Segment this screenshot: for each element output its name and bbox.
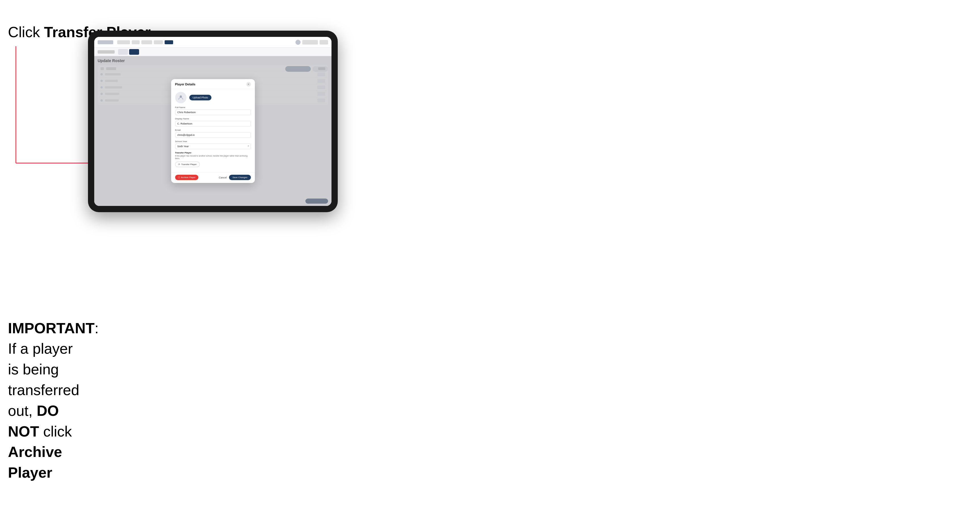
- school-year-select[interactable]: First Year Second Year Third Year Fourth…: [175, 143, 251, 149]
- do-not-text: click: [39, 423, 72, 440]
- display-name-input[interactable]: [175, 121, 251, 127]
- nav-dashboards[interactable]: [117, 40, 130, 44]
- avatar-placeholder: [175, 92, 186, 103]
- email-group: Email: [175, 129, 251, 138]
- click-label: Click: [8, 24, 44, 40]
- content-area: Update Roster: [94, 56, 331, 206]
- transfer-section-description: If this player has moved to another scho…: [175, 155, 251, 160]
- full-name-input[interactable]: [175, 110, 251, 115]
- app-bar: [94, 37, 331, 48]
- transfer-section-label: Transfer Player: [175, 151, 251, 154]
- app-logo: [98, 40, 113, 44]
- transfer-icon: ⟳: [178, 163, 180, 166]
- tablet-screen: Update Roster: [94, 37, 331, 206]
- top-right-btn[interactable]: [302, 40, 318, 44]
- cancel-button[interactable]: Cancel: [219, 176, 227, 179]
- save-changes-button[interactable]: Save Changes: [229, 175, 251, 180]
- archive-icon: ⬡: [178, 176, 180, 179]
- full-name-label: Full Name: [175, 106, 251, 109]
- modal-header: Player Details ×: [171, 79, 255, 89]
- nav-schedule[interactable]: [142, 40, 152, 44]
- important-label: IMPORTANT: [8, 320, 94, 337]
- transfer-player-button[interactable]: ⟳ Transfer Player: [175, 162, 200, 167]
- school-year-label: School Year: [175, 140, 251, 143]
- tab-stats[interactable]: [129, 49, 139, 55]
- transfer-player-section: Transfer Player If this player has moved…: [175, 151, 251, 167]
- display-name-label: Display Name: [175, 117, 251, 120]
- sub-bar-breadcrumb: [98, 50, 115, 54]
- tablet-device: Update Roster: [88, 31, 338, 212]
- school-year-select-wrapper: First Year Second Year Third Year Fourth…: [175, 143, 251, 149]
- top-right-btn2[interactable]: [320, 40, 328, 44]
- user-avatar: [296, 40, 301, 45]
- archive-btn-label: Archive Player: [181, 176, 196, 179]
- sub-bar: [94, 48, 331, 56]
- svg-point-3: [180, 95, 182, 98]
- school-year-group: School Year First Year Second Year Third…: [175, 140, 251, 149]
- modal-footer: ⬡ Archive Player Cancel Save Changes: [171, 172, 255, 183]
- transfer-btn-label: Transfer Player: [181, 163, 197, 166]
- modal-close-button[interactable]: ×: [247, 82, 251, 87]
- nav-matches[interactable]: [154, 40, 163, 44]
- tab-roster[interactable]: [118, 49, 128, 55]
- full-name-group: Full Name: [175, 106, 251, 115]
- archive-player-button[interactable]: ⬡ Archive Player: [175, 175, 199, 180]
- photo-upload-section: Upload Photo: [175, 92, 251, 103]
- modal-title: Player Details: [175, 83, 196, 86]
- archive-player-bold: Archive Player: [8, 444, 62, 481]
- display-name-group: Display Name: [175, 117, 251, 127]
- modal-backdrop: Player Details ×: [94, 56, 331, 206]
- instruction-bottom: IMPORTANT: If a player is being transfer…: [8, 318, 88, 483]
- email-label: Email: [175, 129, 251, 131]
- email-input[interactable]: [175, 132, 251, 138]
- nav-team[interactable]: [132, 40, 140, 44]
- upload-photo-button[interactable]: Upload Photo: [189, 95, 212, 100]
- player-details-modal: Player Details ×: [171, 79, 255, 183]
- app-nav: [117, 40, 173, 44]
- sub-bar-tabs: [118, 49, 139, 55]
- modal-body: Upload Photo Full Name Display Name: [171, 89, 255, 172]
- app-bar-right: [296, 40, 328, 45]
- nav-more-active[interactable]: [165, 40, 173, 44]
